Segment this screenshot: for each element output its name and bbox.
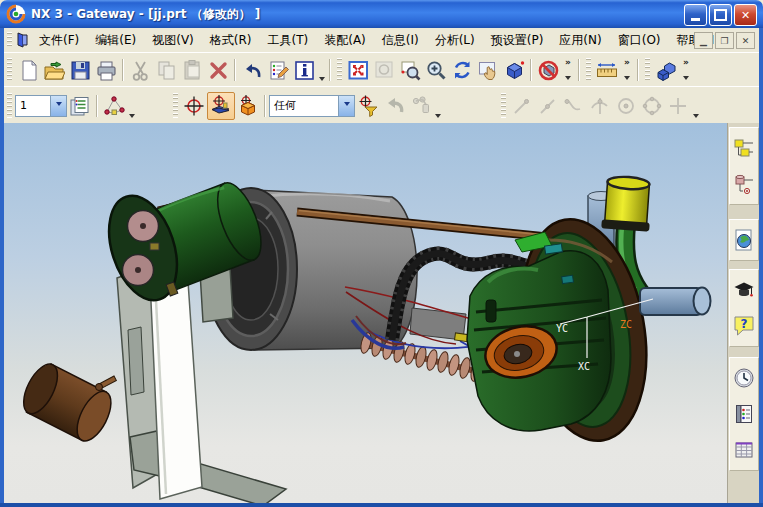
graphics-window[interactable]: YC XC ZC	[4, 123, 727, 503]
toolbar-grip[interactable]	[337, 58, 342, 82]
undo-button[interactable]	[239, 57, 265, 83]
new-button[interactable]	[15, 57, 41, 83]
help-icon: ?	[732, 314, 756, 338]
toolbar-grip[interactable]	[7, 93, 12, 119]
notebook-tab[interactable]	[731, 396, 757, 432]
graduation-cap-icon	[732, 278, 756, 302]
print-button[interactable]	[93, 57, 119, 83]
node-network-button[interactable]	[101, 93, 127, 119]
copy-button	[153, 57, 179, 83]
part-navigator-tab[interactable]	[731, 166, 757, 202]
shaded-view-button[interactable]	[501, 57, 527, 83]
menu-window[interactable]: 窗口(O)	[610, 29, 669, 52]
selection-scope-dropdown[interactable]	[338, 96, 354, 116]
layer-settings-button[interactable]	[67, 93, 93, 119]
mdi-minimize-button[interactable]: ▁	[694, 32, 713, 49]
layer-combo[interactable]: 1	[15, 95, 67, 117]
toolbar-grip[interactable]	[501, 93, 506, 119]
tutorials-tab[interactable]	[731, 272, 757, 308]
menu-application[interactable]: 应用(N)	[551, 29, 609, 52]
rotate-view-button[interactable]	[449, 57, 475, 83]
mdi-restore-button[interactable]: ❐	[715, 32, 734, 49]
menu-format[interactable]: 格式(R)	[202, 29, 260, 52]
mid-point-snap-button	[535, 93, 561, 119]
clock-icon	[732, 366, 756, 390]
menu-view[interactable]: 视图(V)	[144, 29, 202, 52]
application-blocks-button[interactable]	[653, 57, 679, 83]
toolbar-grip[interactable]	[645, 58, 650, 82]
save-button[interactable]	[67, 57, 93, 83]
menu-file[interactable]: 文件(F)	[31, 29, 87, 52]
pan-button[interactable]	[475, 57, 501, 83]
layer-combo-value: 1	[16, 99, 50, 112]
wcs-label-zc: ZC	[620, 319, 632, 330]
history-tab[interactable]	[731, 360, 757, 396]
center-point-snap-button	[613, 93, 639, 119]
node-network-dropdown[interactable]	[127, 84, 136, 127]
part-fuel-filter[interactable]	[17, 359, 118, 446]
fit-view-button[interactable]	[345, 57, 371, 83]
wcs-dynamics-button[interactable]	[207, 92, 235, 120]
window-border	[0, 503, 763, 507]
table-tab[interactable]	[731, 432, 757, 468]
zoom-in-out-button[interactable]	[423, 57, 449, 83]
view-toolbar-overflow[interactable]: »	[561, 57, 575, 83]
assembly-navigator-tab[interactable]	[731, 130, 757, 166]
toolbar-grip[interactable]	[7, 58, 12, 82]
help-tab[interactable]: ?	[731, 308, 757, 344]
selection-scope-value: 任何	[270, 98, 338, 113]
toolbar-grip[interactable]	[173, 93, 178, 119]
part-document-icon	[15, 31, 31, 49]
wcs-crosshair-button[interactable]	[181, 93, 207, 119]
menu-assemblies[interactable]: 装配(A)	[316, 29, 374, 52]
wcs-orient-button[interactable]	[235, 93, 261, 119]
open-button[interactable]	[41, 57, 67, 83]
measure-distance-button[interactable]	[594, 57, 620, 83]
web-browser-icon	[732, 228, 756, 252]
menu-information[interactable]: 信息(I)	[374, 29, 427, 52]
toolbar-options-dropdown[interactable]	[317, 50, 326, 90]
3d-model-canvas[interactable]: YC XC ZC	[4, 123, 727, 503]
paste-button	[179, 57, 205, 83]
maximize-button[interactable]	[709, 4, 732, 26]
delete-button[interactable]	[205, 57, 231, 83]
edit-list-button[interactable]	[265, 57, 291, 83]
menu-edit[interactable]: 编辑(E)	[87, 29, 144, 52]
existing-point-snap-button	[665, 93, 691, 119]
close-button[interactable]: ✕	[734, 4, 757, 26]
minimize-button[interactable]	[684, 4, 707, 26]
selection-scope-combo[interactable]: 任何	[269, 95, 355, 117]
title-bar[interactable]: NX 3 - Gateway - [jj.prt （修改的） ] ✕	[0, 0, 763, 28]
zoom-window-button[interactable]	[397, 57, 423, 83]
snap-toolbar-dropdown[interactable]	[691, 84, 700, 127]
selection-filter-button[interactable]	[355, 93, 381, 119]
resource-bar: ?	[727, 123, 760, 503]
menu-analysis[interactable]: 分析(L)	[427, 29, 483, 52]
mdi-close-button[interactable]: ✕	[736, 32, 755, 49]
chain-links-button	[407, 93, 433, 119]
layer-combo-dropdown[interactable]	[50, 96, 66, 116]
wcs-label-yc: YC	[556, 323, 568, 334]
toolbar-grip[interactable]	[7, 32, 12, 49]
application-toolbar-overflow[interactable]: »	[679, 57, 693, 83]
selection-toolbar-dropdown[interactable]	[433, 84, 442, 127]
zoom-to-selection-button	[371, 57, 397, 83]
utility-toolbar: 1 任何	[4, 86, 759, 125]
web-browser-tab[interactable]	[731, 222, 757, 258]
menu-preferences[interactable]: 预设置(P)	[483, 29, 552, 52]
measure-toolbar-overflow[interactable]: »	[620, 57, 634, 83]
toolbar-grip[interactable]	[586, 58, 591, 82]
part-yellow-cap[interactable]	[601, 175, 653, 231]
no-selection-button[interactable]	[535, 57, 561, 83]
part-navigator-icon	[732, 172, 756, 196]
part-side-port[interactable]	[640, 288, 711, 316]
wcs-label-xc: XC	[578, 361, 590, 372]
notebook-icon	[732, 402, 756, 426]
quadrant-point-snap-button	[639, 93, 665, 119]
window-border	[759, 28, 763, 507]
information-button[interactable]	[291, 57, 317, 83]
window-title: NX 3 - Gateway - [jj.prt （修改的） ]	[31, 6, 260, 23]
standard-toolbar: » » »	[4, 52, 759, 87]
menu-bar: 文件(F) 编辑(E) 视图(V) 格式(R) 工具(T) 装配(A) 信息(I…	[4, 28, 759, 53]
menu-tools[interactable]: 工具(T)	[260, 29, 317, 52]
